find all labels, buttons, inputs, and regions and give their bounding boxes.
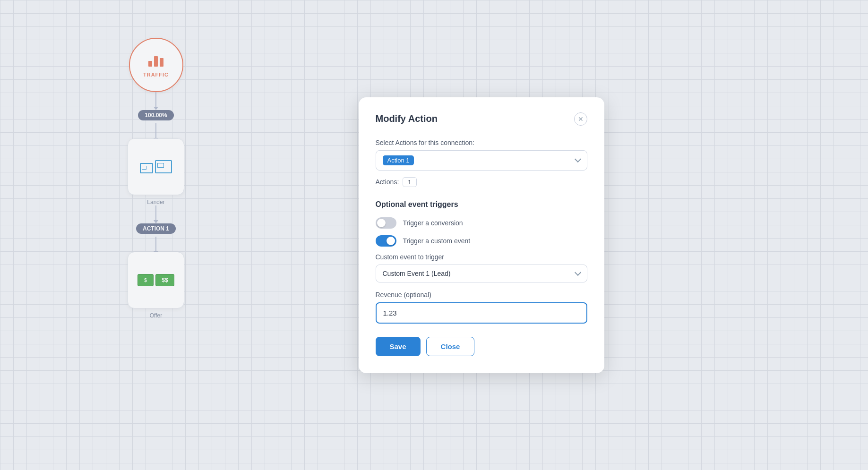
optional-triggers-title: Optional event triggers	[376, 200, 587, 209]
trigger-conversion-toggle[interactable]	[376, 217, 396, 229]
custom-event-value: Custom Event 1 (Lead)	[383, 270, 451, 277]
trigger-conversion-row: Trigger a conversion	[376, 217, 587, 229]
close-button[interactable]: Close	[426, 337, 475, 356]
modify-action-modal: Modify Action ✕ Select Actions for this …	[359, 97, 604, 373]
actions-count-label: Actions:	[376, 178, 399, 186]
save-button[interactable]: Save	[376, 337, 421, 356]
canvas-area: TRAFFIC 100.00% Lander ACTION 1 $	[0, 0, 868, 470]
actions-count-row: Actions: 1	[376, 177, 587, 187]
custom-event-label: Custom event to trigger	[376, 253, 587, 261]
trigger-custom-toggle[interactable]	[376, 235, 396, 247]
modal-footer: Save Close	[376, 337, 587, 356]
trigger-conversion-label: Trigger a conversion	[403, 219, 463, 227]
action-select-chevron-icon	[574, 156, 581, 162]
modal-overlay: Modify Action ✕ Select Actions for this …	[0, 0, 868, 470]
trigger-custom-label: Trigger a custom event	[403, 237, 471, 245]
actions-count-value: 1	[403, 177, 416, 187]
select-actions-label: Select Actions for this connection:	[376, 139, 587, 146]
modal-header: Modify Action ✕	[376, 112, 587, 126]
modal-close-button[interactable]: ✕	[574, 112, 587, 126]
custom-event-dropdown[interactable]: Custom Event 1 (Lead)	[376, 265, 587, 282]
trigger-custom-row: Trigger a custom event	[376, 235, 587, 247]
revenue-label: Revenue (optional)	[376, 291, 587, 299]
modal-title: Modify Action	[376, 113, 438, 124]
revenue-input[interactable]	[376, 302, 587, 324]
custom-event-chevron-icon	[574, 269, 581, 275]
selected-action-tag: Action 1	[383, 155, 414, 165]
action-select-dropdown[interactable]: Action 1	[376, 150, 587, 171]
